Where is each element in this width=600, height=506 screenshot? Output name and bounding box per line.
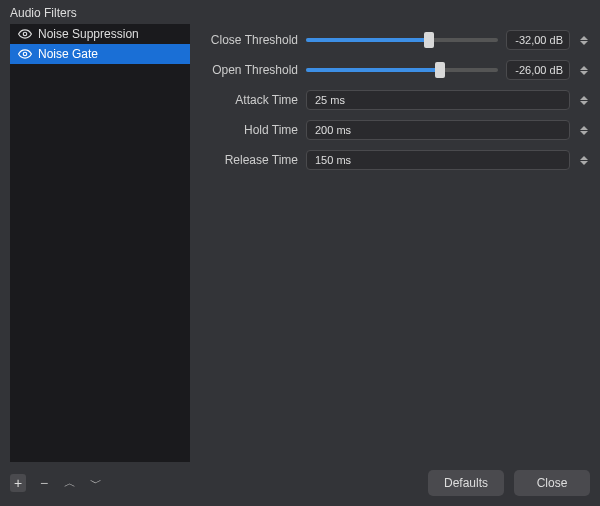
filter-item-label: Noise Gate — [38, 47, 98, 61]
minus-icon: − — [40, 475, 48, 491]
filter-list: Noise Suppression Noise Gate — [10, 24, 190, 462]
open-threshold-slider[interactable] — [306, 68, 498, 72]
filter-item-noise-suppression[interactable]: Noise Suppression — [10, 24, 190, 44]
filter-sidebar: Noise Suppression Noise Gate — [10, 24, 190, 462]
close-threshold-value[interactable]: -32,00 dB — [506, 30, 570, 50]
visibility-icon[interactable] — [18, 47, 32, 61]
remove-filter-button[interactable]: − — [36, 475, 52, 491]
plus-icon: + — [10, 474, 26, 492]
hold-time-input[interactable]: 200 ms — [306, 120, 570, 140]
chevron-up-icon[interactable] — [580, 156, 588, 160]
audio-filters-window: Audio Filters Noise Suppression Noise Ga… — [0, 0, 600, 506]
slider-fill — [306, 38, 429, 42]
chevron-down-icon[interactable] — [580, 71, 588, 75]
param-label: Close Threshold — [202, 33, 298, 47]
param-label: Hold Time — [202, 123, 298, 137]
chevron-down-icon: ﹀ — [90, 475, 102, 492]
chevron-up-icon[interactable] — [580, 126, 588, 130]
param-label: Attack Time — [202, 93, 298, 107]
release-time-row: Release Time 150 ms — [202, 150, 590, 170]
svg-point-1 — [23, 52, 27, 56]
attack-time-input[interactable]: 25 ms — [306, 90, 570, 110]
hold-time-row: Hold Time 200 ms — [202, 120, 590, 140]
move-up-button[interactable]: ︿ — [62, 475, 78, 491]
defaults-button[interactable]: Defaults — [428, 470, 504, 496]
move-down-button[interactable]: ﹀ — [88, 475, 104, 491]
chevron-up-icon[interactable] — [580, 36, 588, 40]
chevron-down-icon[interactable] — [580, 161, 588, 165]
slider-fill — [306, 68, 440, 72]
chevron-up-icon: ︿ — [64, 475, 76, 492]
chevron-down-icon[interactable] — [580, 101, 588, 105]
filter-toolbar: + − ︿ ﹀ — [10, 475, 104, 491]
visibility-icon[interactable] — [18, 27, 32, 41]
value-stepper[interactable] — [578, 66, 590, 75]
open-threshold-value[interactable]: -26,00 dB — [506, 60, 570, 80]
filter-settings: Close Threshold -32,00 dB Open Threshold — [202, 24, 590, 462]
slider-thumb[interactable] — [424, 32, 434, 48]
release-time-input[interactable]: 150 ms — [306, 150, 570, 170]
value-stepper[interactable] — [578, 96, 590, 105]
chevron-up-icon[interactable] — [580, 96, 588, 100]
footer-bar: + − ︿ ﹀ Defaults Close — [0, 462, 600, 506]
main-area: Noise Suppression Noise Gate Close Thres… — [0, 24, 600, 462]
close-threshold-slider[interactable] — [306, 38, 498, 42]
window-title: Audio Filters — [0, 0, 600, 24]
value-stepper[interactable] — [578, 126, 590, 135]
filter-item-label: Noise Suppression — [38, 27, 139, 41]
value-stepper[interactable] — [578, 156, 590, 165]
value-stepper[interactable] — [578, 36, 590, 45]
attack-time-row: Attack Time 25 ms — [202, 90, 590, 110]
close-button[interactable]: Close — [514, 470, 590, 496]
filter-item-noise-gate[interactable]: Noise Gate — [10, 44, 190, 64]
svg-point-0 — [23, 32, 27, 36]
param-label: Release Time — [202, 153, 298, 167]
chevron-down-icon[interactable] — [580, 41, 588, 45]
chevron-down-icon[interactable] — [580, 131, 588, 135]
param-label: Open Threshold — [202, 63, 298, 77]
open-threshold-row: Open Threshold -26,00 dB — [202, 60, 590, 80]
close-threshold-row: Close Threshold -32,00 dB — [202, 30, 590, 50]
slider-thumb[interactable] — [435, 62, 445, 78]
add-filter-button[interactable]: + — [10, 475, 26, 491]
chevron-up-icon[interactable] — [580, 66, 588, 70]
